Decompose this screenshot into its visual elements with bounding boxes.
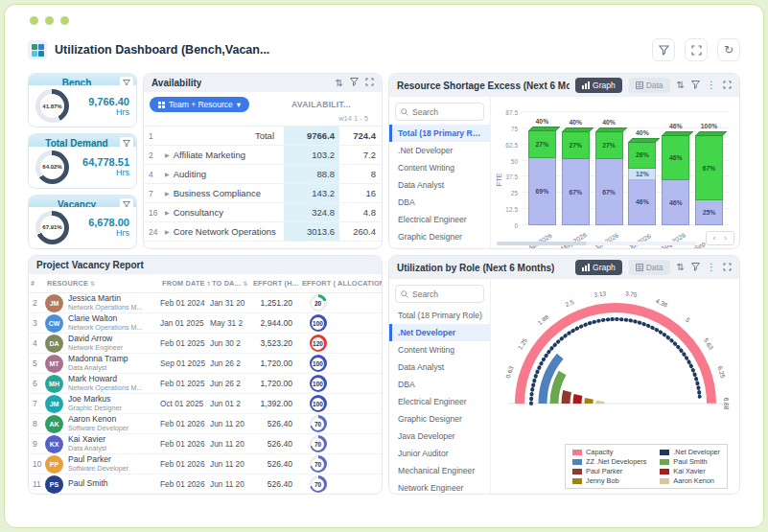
pager-prev-icon[interactable]: ‹ bbox=[713, 234, 716, 243]
expand-icon[interactable] bbox=[365, 78, 374, 88]
table-row[interactable]: 7JMJoe MarkusGraphic DesignerOct 01 2025… bbox=[29, 394, 382, 414]
table-row[interactable]: 4DADavid ArrowNetwork EngineerFeb 01 202… bbox=[29, 334, 382, 354]
expand-caret-icon[interactable]: ▶ bbox=[165, 151, 170, 158]
role-list-item[interactable]: Junior Auditor bbox=[389, 445, 490, 462]
sort-icon[interactable]: ⇅ bbox=[677, 81, 685, 90]
window-dot-2[interactable] bbox=[45, 16, 54, 25]
role-list-item[interactable]: Java Developer bbox=[389, 428, 490, 445]
table-row[interactable]: 11PSPaul SmithFeb 01 2026Jun 11 20526.40… bbox=[29, 474, 382, 494]
role-list-item[interactable]: Total (18 Primary Role) bbox=[389, 125, 490, 142]
refresh-button[interactable]: ↻ bbox=[717, 38, 740, 61]
role-list-item[interactable]: Content Writing bbox=[389, 341, 490, 359]
role-list-item[interactable]: Electrical Engineer bbox=[389, 393, 490, 410]
table-row[interactable]: 2▶Affiliate Marketing103.27.2 bbox=[144, 146, 382, 165]
graph-toggle-button[interactable]: Graph bbox=[575, 78, 622, 93]
filter-icon[interactable] bbox=[120, 77, 133, 85]
role-list-item[interactable]: Electrical Engineer bbox=[389, 211, 490, 228]
stacked-bar[interactable]: 67%27%40% bbox=[562, 132, 590, 225]
sort-icon[interactable]: ⇅ bbox=[677, 263, 685, 272]
grouping-selector[interactable]: Team + Resource ▾ bbox=[150, 97, 249, 112]
role-list-item[interactable]: DBA bbox=[389, 376, 490, 393]
table-row[interactable]: 10PPPaul ParkerSoftware DeveloperFeb 01 … bbox=[29, 454, 382, 474]
table-row[interactable]: 24▶Core Network Operations3013.6260.4 bbox=[144, 222, 382, 242]
pager-next-icon[interactable]: › bbox=[724, 234, 727, 243]
column-header[interactable]: TO DA...⇅ bbox=[210, 279, 251, 288]
filter-icon[interactable] bbox=[691, 81, 700, 91]
column-header[interactable]: RESOURCE⇅ bbox=[45, 279, 160, 288]
role-list-item[interactable]: Graphic Designer bbox=[389, 410, 490, 428]
table-row[interactable]: 6MHMark HowardNetwork Operations M...Feb… bbox=[29, 374, 382, 394]
data-toggle-button[interactable]: Data bbox=[629, 260, 670, 275]
table-row[interactable]: 16▶Consultancy324.84.8 bbox=[144, 203, 382, 222]
filter-button[interactable] bbox=[652, 38, 675, 61]
table-row[interactable]: 7▶Business Compliance143.216 bbox=[144, 184, 382, 203]
role-list-item[interactable]: Mechanical Engineer bbox=[389, 462, 490, 479]
filter-icon[interactable] bbox=[350, 78, 359, 88]
table-row[interactable]: 1Total9766.4724.4 bbox=[144, 127, 382, 146]
sort-icon[interactable]: ⇅ bbox=[336, 79, 343, 88]
legend-item[interactable]: Capacity bbox=[572, 448, 646, 456]
table-row[interactable]: 2JMJessica MartinNetwork Operations M...… bbox=[29, 293, 382, 313]
legend-item[interactable]: ZZ .Net Developers bbox=[572, 457, 646, 466]
role-list-item[interactable]: Data Analyst bbox=[389, 359, 490, 376]
legend-item[interactable]: .Net Developer bbox=[660, 448, 720, 456]
expand-icon[interactable] bbox=[723, 263, 732, 273]
role-list-item[interactable]: DBA bbox=[389, 194, 490, 211]
filter-icon[interactable] bbox=[691, 263, 700, 273]
expand-caret-icon[interactable]: ▶ bbox=[165, 228, 170, 235]
role-list-item[interactable]: Network Engineer bbox=[389, 479, 490, 494]
data-toggle-button[interactable]: Data bbox=[629, 78, 670, 93]
role-list-item[interactable]: Graphic Designer bbox=[389, 228, 490, 245]
legend-item[interactable]: Jenny Bob bbox=[572, 476, 646, 485]
legend-item[interactable]: Kai Xavier bbox=[660, 467, 720, 475]
arc-paul-parker[interactable] bbox=[566, 391, 568, 404]
stacked-bar[interactable]: 25%67%100% bbox=[695, 136, 723, 225]
y-tick-label: 37.5 bbox=[505, 173, 518, 180]
to-date: Jun 26 2 bbox=[210, 379, 251, 388]
stacked-bar[interactable]: 46%12%26%40% bbox=[628, 143, 656, 225]
table-row[interactable]: 8AKAaron KenonSoftware DeveloperFeb 01 2… bbox=[29, 414, 382, 434]
stacked-bar[interactable]: 69%27%40% bbox=[528, 131, 556, 225]
filter-icon[interactable] bbox=[120, 137, 133, 146]
column-header[interactable]: ALLOCATION JO...⇅ bbox=[336, 279, 382, 288]
table-row[interactable]: 4▶Auditing88.88 bbox=[144, 165, 382, 184]
role-list-item[interactable]: Data Analyst bbox=[389, 176, 490, 194]
role-list-item[interactable]: .Net Developer bbox=[389, 324, 490, 341]
sort-icon[interactable]: ⇅ bbox=[243, 281, 247, 287]
expand-icon[interactable] bbox=[723, 81, 732, 91]
table-row[interactable]: 5MTMadonna TrampData AnalystSep 01 2025J… bbox=[29, 354, 382, 374]
column-header[interactable]: FROM DATE⇅ bbox=[160, 279, 210, 288]
graph-toggle-button[interactable]: Graph bbox=[575, 260, 622, 275]
arc-paul-smith[interactable] bbox=[554, 373, 563, 404]
column-header[interactable]: # bbox=[29, 279, 45, 288]
legend-item[interactable]: Paul Parker bbox=[572, 467, 646, 475]
expand-caret-icon[interactable]: ▶ bbox=[165, 171, 170, 177]
kebab-menu-icon[interactable]: ⋮ bbox=[707, 81, 716, 90]
window-dot-1[interactable] bbox=[30, 16, 38, 25]
arc-kai-xavier[interactable] bbox=[577, 395, 578, 404]
stacked-bar[interactable]: 46%46%46% bbox=[662, 136, 689, 225]
search-input[interactable] bbox=[412, 289, 478, 299]
role-list-item[interactable]: Total (18 Primary Role) bbox=[389, 307, 490, 324]
expand-caret-icon[interactable]: ▶ bbox=[165, 209, 170, 216]
legend-item[interactable]: Paul Smith bbox=[660, 457, 720, 466]
search-input[interactable] bbox=[412, 107, 478, 117]
chart-pager[interactable]: ‹› bbox=[706, 231, 734, 245]
filter-icon[interactable] bbox=[120, 198, 133, 207]
role-list-item[interactable]: .Net Developer bbox=[389, 142, 490, 159]
legend-item[interactable]: Aaron Kenon bbox=[660, 476, 720, 485]
kebab-menu-icon[interactable]: ⋮ bbox=[707, 263, 716, 272]
table-row[interactable]: 3CWClarie WaltonNetwork Operations M...J… bbox=[29, 313, 382, 334]
window-dot-3[interactable] bbox=[60, 16, 69, 25]
role-list-item[interactable]: Content Writing bbox=[389, 159, 490, 176]
table-row[interactable]: 9KXKai XavierData AnalystFeb 01 2026Jun … bbox=[29, 434, 382, 454]
expand-caret-icon[interactable]: ▶ bbox=[165, 190, 170, 197]
horizontal-scrollbar[interactable] bbox=[497, 242, 697, 245]
availability-column-header[interactable]: AVAILABILIT... bbox=[291, 100, 376, 109]
column-header[interactable]: EFFORT (%)⇅ bbox=[300, 279, 336, 288]
sort-icon[interactable]: ⇅ bbox=[90, 281, 95, 287]
stacked-bar[interactable]: 67%27%40% bbox=[595, 132, 623, 225]
role-list-item[interactable]: Java Developer bbox=[389, 245, 490, 248]
fullscreen-button[interactable] bbox=[685, 38, 708, 61]
column-header[interactable]: EFFORT (H...⇅ bbox=[251, 279, 300, 288]
